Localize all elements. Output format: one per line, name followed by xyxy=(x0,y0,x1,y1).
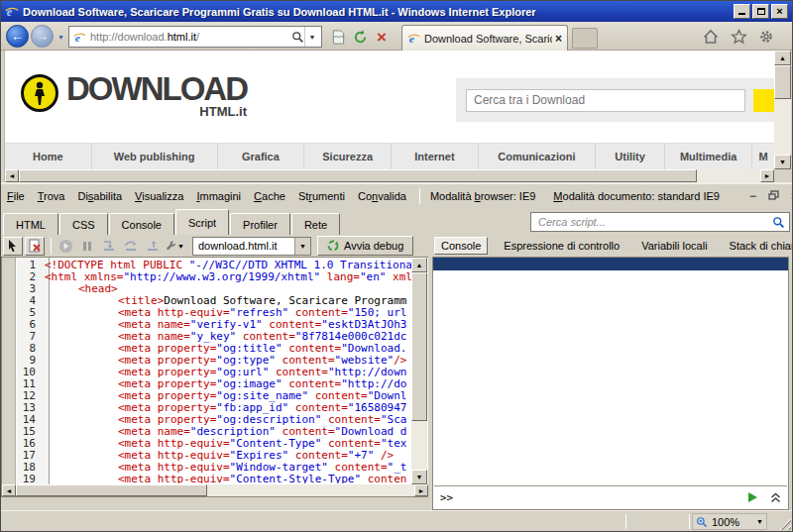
tab-css[interactable]: CSS xyxy=(59,213,108,235)
devtools-mode-label[interactable]: Modalità browser: IE9 xyxy=(430,190,535,202)
tab-script[interactable]: Script xyxy=(175,209,229,235)
new-tab-button[interactable] xyxy=(572,28,598,49)
page-horizontal-scrollbar[interactable]: ◄ ► xyxy=(5,169,774,182)
search-icon[interactable] xyxy=(291,31,304,44)
devtools-menu-item[interactable]: Convalida xyxy=(358,190,406,202)
site-nav-item[interactable]: Multimedia xyxy=(665,144,752,169)
search-icon[interactable] xyxy=(772,216,785,229)
code-horizontal-scrollbar[interactable]: ◄ ► xyxy=(2,484,428,496)
tab-close-icon[interactable]: × xyxy=(555,32,562,46)
devtools-right-tabs: Console Espressione di controllo Variabi… xyxy=(434,235,792,257)
scroll-down-icon[interactable]: ▼ xyxy=(411,470,427,484)
start-debug-button[interactable]: Avvia debug xyxy=(317,236,413,256)
right-tab-callstack[interactable]: Stack di chiam xyxy=(724,238,793,254)
console-input-row[interactable]: >> xyxy=(434,485,787,508)
menubar-separator xyxy=(419,188,420,204)
console-prompt[interactable]: >> xyxy=(440,491,747,504)
zoom-control[interactable]: 100% ▼ xyxy=(692,513,767,530)
run-script-icon[interactable] xyxy=(747,491,758,503)
code-vertical-scrollbar[interactable]: ▲ ▼ xyxy=(411,258,428,484)
scroll-right-icon[interactable]: ► xyxy=(414,484,428,496)
devtools-menu-item[interactable]: File xyxy=(7,190,25,202)
devtools-menu-item[interactable]: Strumenti xyxy=(298,190,345,202)
devtools-menu-item[interactable]: Trova xyxy=(38,190,65,202)
browser-tab[interactable]: e Download Software, Scaricar... × xyxy=(401,25,568,51)
debug-refresh-icon xyxy=(327,240,339,252)
tab-html[interactable]: HTML xyxy=(3,213,58,235)
devtools-menu-item[interactable]: Disabilita xyxy=(77,190,122,202)
right-tab-console[interactable]: Console xyxy=(434,237,488,255)
close-button[interactable]: × xyxy=(771,4,788,19)
history-dropdown-icon[interactable]: ▼ xyxy=(57,34,64,41)
right-tab-watch[interactable]: Espressione di controllo xyxy=(498,238,625,254)
site-nav-item[interactable]: Utility xyxy=(596,144,665,169)
right-tab-locals[interactable]: Variabili locali xyxy=(635,238,713,254)
site-nav-item[interactable]: M xyxy=(752,144,774,169)
code-line[interactable]: 2<html xmlns="http://www.w3.org/1999/xht… xyxy=(2,271,411,283)
site-nav: HomeWeb publishingGraficaSicurezzaIntern… xyxy=(5,143,774,169)
back-button[interactable]: ← xyxy=(6,25,29,48)
tab-console[interactable]: Console xyxy=(109,213,174,235)
minimize-button[interactable] xyxy=(734,4,750,19)
compatibility-view-button[interactable] xyxy=(328,27,348,47)
devtools-unpin-button[interactable] xyxy=(768,189,779,203)
site-nav-item[interactable]: Web publishing xyxy=(92,144,218,169)
devtools-menu-item[interactable]: Visualizza xyxy=(135,190,183,202)
combobox-dropdown-icon[interactable]: ▼ xyxy=(294,238,310,255)
scrollbar-thumb[interactable] xyxy=(16,484,207,496)
tab-rete[interactable]: Rete xyxy=(291,213,340,235)
scroll-up-icon[interactable]: ▲ xyxy=(774,51,791,65)
site-nav-item[interactable]: Sicurezza xyxy=(304,144,392,169)
tab-profiler[interactable]: Profiler xyxy=(230,213,290,235)
scroll-left-icon[interactable]: ◄ xyxy=(5,169,19,182)
pause-button[interactable] xyxy=(77,237,97,256)
site-logo-icon xyxy=(21,74,58,112)
home-button[interactable] xyxy=(701,28,721,46)
scroll-right-icon[interactable]: ► xyxy=(760,169,774,182)
forward-button[interactable]: → xyxy=(31,25,54,48)
url-text[interactable]: http://download.html.it/ xyxy=(90,31,291,43)
debug-tools-dropdown[interactable]: ▼ xyxy=(165,237,184,256)
site-logo[interactable]: DOWNLOAD HTML.it xyxy=(21,74,247,119)
title-bar: e Download Software, Scaricare Programmi… xyxy=(1,1,792,22)
scroll-left-icon[interactable]: ◄ xyxy=(2,484,16,496)
devtools-search-box[interactable]: Cerca script... xyxy=(530,212,790,232)
stop-button[interactable]: × xyxy=(372,27,392,47)
domain-combobox[interactable]: download.html.it ▼ xyxy=(192,237,311,256)
scrollbar-thumb[interactable] xyxy=(774,65,791,99)
scroll-down-icon[interactable]: ▼ xyxy=(774,155,791,169)
script-source-pane: 1<!DOCTYPE html PUBLIC "-//W3C//DTD XHTM… xyxy=(1,257,428,497)
site-nav-item[interactable]: Internet xyxy=(392,144,479,169)
refresh-button[interactable] xyxy=(350,27,370,47)
address-dropdown-button[interactable]: ▼ xyxy=(304,27,319,47)
scroll-up-icon[interactable]: ▲ xyxy=(411,258,427,272)
devtools-mode-label[interactable]: Modalità documento: standard IE9 xyxy=(553,190,720,202)
zoom-dropdown-icon[interactable]: ▼ xyxy=(756,518,763,525)
address-bar[interactable]: e http://download.html.it/ ▼ xyxy=(68,26,322,48)
devtools-menu-item[interactable]: Cache xyxy=(254,190,285,202)
browser-toolbar: ← → ▼ e http://download.html.it/ ▼ × e D… xyxy=(1,22,792,51)
site-search-input[interactable] xyxy=(466,89,745,112)
console-output[interactable] xyxy=(433,270,788,483)
favorites-button[interactable] xyxy=(729,28,748,46)
step-into-button[interactable] xyxy=(99,237,119,256)
site-nav-item[interactable]: Home xyxy=(5,144,92,169)
devtools-minimize-button[interactable]: − xyxy=(749,189,756,203)
page-vertical-scrollbar[interactable]: ▲ ▼ xyxy=(774,51,791,169)
continue-button[interactable] xyxy=(56,237,75,256)
step-out-button[interactable] xyxy=(143,237,163,256)
multiline-expand-icon[interactable] xyxy=(770,492,781,503)
tools-button[interactable] xyxy=(756,28,776,46)
code-line[interactable]: 19<meta http-equiv="Content-Style-Type" … xyxy=(2,474,411,483)
maximize-button[interactable] xyxy=(752,4,769,19)
scrollbar-thumb[interactable] xyxy=(19,169,697,182)
site-nav-item[interactable]: Comunicazioni xyxy=(479,144,596,169)
step-over-button[interactable] xyxy=(121,237,141,256)
resize-grip[interactable] xyxy=(776,515,791,530)
site-nav-item[interactable]: Grafica xyxy=(218,144,305,169)
select-element-button[interactable] xyxy=(3,237,23,256)
clear-breakpoints-button[interactable] xyxy=(25,237,45,256)
scrollbar-thumb[interactable] xyxy=(411,272,427,421)
devtools-menu-item[interactable]: Immagini xyxy=(196,190,241,202)
clear-document-icon xyxy=(29,239,42,253)
